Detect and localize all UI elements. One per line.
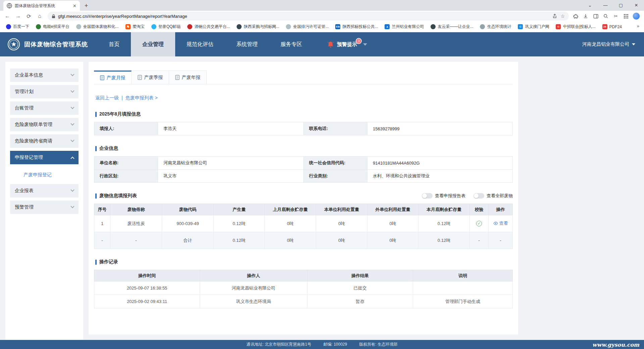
browser-action-icons: ✂: [572, 12, 641, 20]
window-minimize-icon[interactable]: —: [598, 0, 613, 11]
nav-item[interactable]: 系统管理: [225, 32, 269, 56]
window-menu-icon[interactable]: ⌄: [582, 0, 598, 11]
site-link[interactable]: www.gysou.com: [592, 342, 639, 348]
back-icon[interactable]: ←: [3, 11, 12, 21]
window-maximize-icon[interactable]: ▢: [613, 0, 629, 11]
tab-close-icon[interactable]: ✕: [73, 3, 77, 8]
bookmark-favicon-icon: [286, 24, 291, 29]
bookmark-item[interactable]: 24 PDF24: [600, 23, 625, 30]
window-close-icon[interactable]: ✕: [629, 0, 644, 11]
hazard-list-link[interactable]: 危废申报列表 >: [126, 95, 158, 101]
toggle-all-waste[interactable]: 查看全部废物: [474, 193, 513, 199]
bookmark-item[interactable]: EB 陕西招标投标公共...: [333, 23, 381, 31]
extensions-icon[interactable]: [573, 14, 578, 19]
download-icon[interactable]: [583, 14, 588, 18]
sidebar-item[interactable]: 产废申报登记: [10, 167, 79, 183]
ops-section-title: 操作记录: [99, 259, 118, 265]
browser-toolbar: ← → ⟳ ⌂ gfgl.meescc.cn/#/enterprise/year…: [0, 11, 644, 21]
bookmark-item[interactable]: 生态环境统计: [477, 23, 514, 31]
report-tab[interactable]: 产废月报: [94, 71, 132, 84]
nav-item[interactable]: 首页: [97, 32, 131, 56]
new-tab-button[interactable]: +: [82, 1, 91, 10]
bookmark-item[interactable]: 友云采——让企业...: [428, 23, 476, 31]
column-header: 操作结果: [307, 270, 413, 281]
sidebar-item[interactable]: 预警管理: [10, 201, 79, 214]
chevron-down-icon: [363, 43, 367, 46]
scissors-icon[interactable]: ✂: [612, 13, 619, 19]
bookmark-item[interactable]: G 中招联合|投标人...: [553, 23, 598, 31]
column-header: 操作人: [200, 270, 307, 281]
nav-item[interactable]: 企业管理: [131, 32, 175, 56]
column-header: 废物代码: [162, 204, 214, 215]
bookmark-item[interactable]: 登录QQ邮箱: [149, 23, 184, 31]
field-label: 单位名称:: [94, 157, 158, 170]
browser-tab[interactable]: 固体废物综合管理系统 ✕: [3, 1, 80, 11]
bookmark-favicon-icon: 24: [602, 24, 607, 29]
company-section-head: 企业信息: [95, 145, 513, 151]
nav-item[interactable]: 服务专区: [269, 32, 313, 56]
bookmark-favicon-icon: C: [518, 24, 523, 29]
sidebar: 企业基本信息 管理计划 台账管理 危险废物联单管理 危险废物跨省商请 申报登记管…: [5, 62, 83, 340]
bookmark-item[interactable]: 电能e招采平台: [33, 23, 72, 31]
report-tab[interactable]: 产废季报: [132, 71, 169, 84]
profile-avatar[interactable]: [633, 12, 640, 20]
sidebar-item[interactable]: 申报登记管理: [10, 151, 79, 164]
account-menu[interactable]: 河南龙昌铝业有限公司: [582, 32, 644, 56]
sidebar-item[interactable]: 企业报表: [10, 184, 79, 198]
report-section-title: 2025年8月填报信息: [99, 111, 141, 117]
window-controls: ⌄ — ▢ ✕: [582, 0, 644, 11]
forward-icon[interactable]: →: [13, 11, 23, 21]
sidebar-item[interactable]: 台账管理: [10, 101, 79, 115]
bookmark-item[interactable]: 淘 爱淘宝: [123, 23, 147, 31]
sidebar-item[interactable]: 危险废物跨省商请: [10, 134, 79, 148]
view-link[interactable]: 查看: [493, 220, 508, 226]
chevron-icon: [70, 89, 74, 93]
address-bar[interactable]: gfgl.meescc.cn/#/enterprise/yearReportMa…: [48, 12, 569, 20]
apps-grid-icon[interactable]: [624, 14, 628, 18]
field-value: 巩义市: [158, 170, 304, 183]
side-panel-icon[interactable]: [593, 14, 598, 18]
column-header: 说明: [413, 270, 513, 281]
table-row: 2025-09-02 09:43:11巩义市生态环境局暂存管理部门手动生成: [94, 295, 513, 308]
table-cell: 0吨: [265, 232, 316, 249]
bookmark-item[interactable]: 全国排污许可证管...: [283, 23, 331, 31]
alert-group[interactable]: 预警提示: [327, 32, 367, 56]
company-section-title: 企业信息: [99, 145, 118, 151]
search-icon[interactable]: [603, 14, 608, 18]
bookmark-item[interactable]: ▲ 兰州铝业有限公司: [382, 23, 427, 31]
waste-section-title: 废物信息填报列表: [99, 193, 137, 199]
table-cell: 0.12吨: [418, 215, 470, 232]
bookmark-favicon-icon: EB: [335, 24, 340, 29]
bookmark-item[interactable]: 陕西采购与招标网...: [234, 23, 282, 31]
chevron-icon: [70, 73, 74, 76]
back-link[interactable]: 返回上一级: [95, 95, 119, 101]
column-header: 本月底剩余贮存量: [418, 204, 470, 215]
share-icon[interactable]: [552, 14, 557, 18]
bookmark-star-icon[interactable]: ☆: [560, 13, 565, 19]
bookmark-item[interactable]: 酒钢公共交易平台...: [185, 23, 233, 31]
url-text[interactable]: gfgl.meescc.cn/#/enterprise/yearReportMa…: [58, 14, 550, 19]
toggle-switch-icon[interactable]: [422, 193, 433, 199]
sidebar-item[interactable]: 危险废物联单管理: [10, 118, 79, 131]
sidebar-item[interactable]: 企业基本信息: [10, 69, 79, 82]
bookmarks-overflow-icon[interactable]: »: [634, 24, 642, 29]
bookmark-item[interactable]: 全国固体废物和化...: [73, 23, 121, 31]
document-icon: [100, 75, 104, 80]
column-header: 上月底剩余贮存量: [265, 204, 316, 215]
toggle-switch-icon[interactable]: [474, 193, 484, 199]
bookmark-favicon-icon: [6, 24, 11, 29]
sidebar-item[interactable]: 管理计划: [10, 85, 79, 98]
reload-icon[interactable]: ⟳: [24, 11, 34, 21]
nav-item[interactable]: 规范化评估: [175, 32, 225, 56]
bookmark-item[interactable]: C 巩义搜门户网: [515, 23, 552, 31]
bookmark-item[interactable]: 百度一下: [3, 23, 32, 31]
home-icon[interactable]: ⌂: [35, 11, 44, 21]
column-header: 序号: [94, 204, 110, 215]
table-row: 2025-09-07 16:38:55河南龙昌铝业有限公司已提交: [94, 281, 513, 295]
table-cell: 0.12吨: [214, 215, 265, 232]
column-header: 废物俗称: [110, 204, 162, 215]
ops-section-head: 操作记录: [95, 259, 513, 265]
report-tab[interactable]: 产废年报: [169, 71, 207, 84]
table-cell: 0吨: [265, 215, 316, 232]
toggle-report-table[interactable]: 查看申报报告表: [422, 193, 465, 199]
